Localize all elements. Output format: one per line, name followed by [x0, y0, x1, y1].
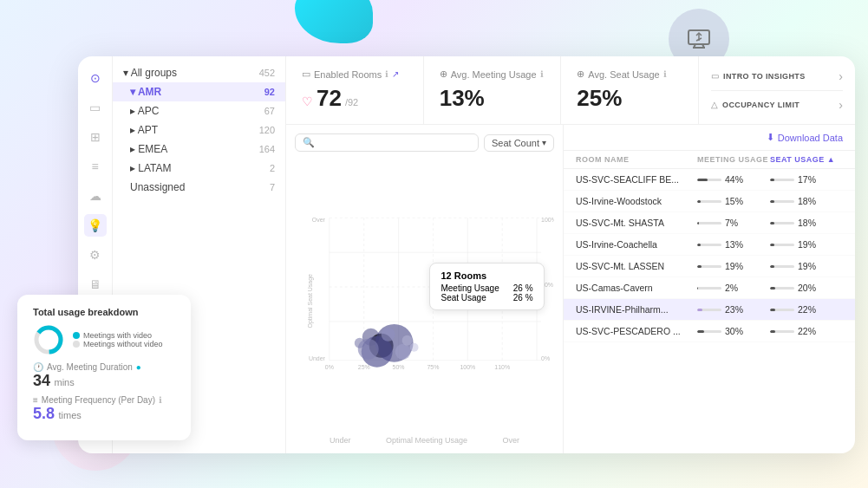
seat-count-dropdown[interactable]: Seat Count ▾ — [484, 134, 554, 152]
seat-usage-cell: 18% — [770, 218, 843, 228]
meeting-usage-cell: 30% — [697, 326, 770, 336]
sidebar-item-apc[interactable]: ▸ APC 67 — [113, 101, 285, 120]
meeting-pct: 2% — [725, 283, 738, 293]
meeting-bar — [697, 287, 721, 290]
tooltip-meeting-value: 26 % — [513, 283, 533, 293]
seat-usage-cell: 19% — [770, 261, 843, 271]
sidebar-icon-bulb[interactable]: 💡 — [84, 214, 107, 237]
insight-intro-arrow: › — [839, 69, 843, 83]
meeting-pct: 44% — [725, 174, 743, 185]
meeting-pct: 15% — [725, 196, 743, 206]
svg-text:Under: Under — [309, 355, 326, 361]
meeting-pct: 23% — [725, 304, 743, 315]
table-row[interactable]: US-SVC-SEACLIFF BE... 44% 17% — [564, 169, 855, 191]
sidebar-icon-settings[interactable]: ⚙ — [84, 244, 107, 266]
seat-usage-cell: 22% — [770, 326, 843, 336]
svg-text:Over: Over — [312, 217, 326, 223]
enabled-rooms-sub: /92 — [345, 97, 358, 107]
sidebar-item-latam[interactable]: ▸ LATAM 2 — [113, 159, 285, 178]
svg-text:25%: 25% — [358, 364, 370, 370]
table-toolbar: ⬇ Download Data — [564, 125, 855, 151]
sidebar-item-unassigned[interactable]: Unassigned 7 — [113, 178, 285, 197]
x-label-under: Under — [330, 436, 351, 445]
sidebar-icon-print[interactable]: 🖥 — [84, 273, 107, 296]
table-row[interactable]: US-Irvine-Coachella 13% 19% — [564, 234, 855, 256]
table-row[interactable]: US-Irvine-Woodstock 15% 18% — [564, 191, 855, 212]
seat-pct: 17% — [798, 174, 816, 185]
meeting-pct: 19% — [725, 261, 743, 271]
meeting-pct: 13% — [725, 239, 743, 250]
seat-bar-fill — [770, 309, 775, 311]
avg-duration-row: 🕐 Avg. Meeting Duration ● 34 mins — [33, 362, 175, 390]
sidebar-all-groups[interactable]: ▾ All groups 452 — [113, 63, 285, 82]
search-icon: 🔍 — [303, 137, 315, 148]
avg-duration-unit: mins — [54, 377, 74, 387]
freq-value: 5.8 — [33, 405, 55, 422]
svg-text:Optimal Seat Usage: Optimal Seat Usage — [307, 274, 314, 328]
seat-bar — [770, 330, 794, 333]
svg-text:100%: 100% — [460, 364, 475, 370]
room-name-cell: US-SVC-Mt. LASSEN — [576, 261, 697, 271]
x-label-over: Over — [502, 436, 519, 445]
table-row[interactable]: US-SVC-Mt. SHASTA 7% 18% — [564, 212, 855, 234]
seat-pct: 22% — [798, 304, 816, 315]
table-row[interactable]: US-SVC-Mt. LASSEN 19% 19% — [564, 256, 855, 277]
seat-bar-fill — [770, 287, 775, 290]
legend-no-video: Meetings without video — [73, 340, 163, 348]
seat-usage-cell: 19% — [770, 239, 843, 250]
freq-info[interactable]: ℹ — [159, 395, 162, 405]
avg-duration-value: 34 — [33, 372, 50, 389]
insights-panel: ▭ INTRO TO INSIGHTS › △ OCCUPANCY LIMIT … — [699, 56, 855, 124]
seat-bar-fill — [770, 222, 774, 224]
heart-icon: ♡ — [302, 94, 313, 108]
meeting-usage-info[interactable]: ℹ — [540, 69, 544, 79]
scatter-wrapper: 0% 25% 50% 75% 100% 110% Over Optimal Se… — [295, 157, 554, 434]
seat-usage-info[interactable]: ℹ — [663, 69, 667, 79]
download-btn[interactable]: ⬇ Download Data — [767, 132, 843, 143]
insight-occupancy[interactable]: △ OCCUPANCY LIMIT › — [711, 96, 843, 114]
room-name-cell: US-Camas-Cavern — [576, 283, 697, 293]
meeting-bar-fill — [697, 179, 708, 181]
meeting-bar — [697, 200, 721, 203]
meeting-bar-fill — [697, 330, 704, 333]
bubble-tooltip: 12 Rooms Meeting Usage 26 % Seat Usage 2… — [429, 263, 544, 310]
seat-usage-value: 25% — [577, 85, 622, 111]
sidebar-icon-table[interactable]: ≡ — [84, 155, 107, 178]
seat-bar-fill — [770, 244, 774, 246]
meeting-usage-label: Avg. Meeting Usage — [451, 69, 537, 80]
table-row[interactable]: US-Camas-Cavern 2% 20% — [564, 277, 855, 299]
insight-intro[interactable]: ▭ INTRO TO INSIGHTS › — [711, 68, 843, 85]
seat-pct: 19% — [798, 261, 816, 271]
meeting-usage-cell: 7% — [697, 218, 770, 228]
enabled-rooms-info[interactable]: ℹ — [385, 69, 388, 79]
download-icon: ⬇ — [767, 132, 774, 143]
sidebar-item-apt[interactable]: ▸ APT 120 — [113, 120, 285, 140]
sidebar-icon-cloud[interactable]: ☁ — [84, 185, 107, 207]
meeting-bar-fill — [697, 265, 702, 268]
sidebar-icon-grid[interactable]: ⊞ — [84, 126, 107, 148]
meeting-usage-cell: 23% — [697, 304, 770, 315]
svg-text:0%: 0% — [541, 355, 550, 361]
sidebar-item-amr[interactable]: ▾ AMR 92 — [113, 82, 285, 101]
floating-stats-card: Total usage breakdown Meetings with vide… — [17, 295, 191, 440]
seat-bar-fill — [770, 330, 775, 333]
enabled-rooms-label: Enabled Rooms — [314, 69, 382, 80]
table-row[interactable]: US-IRVINE-Philharm... 23% 22% — [564, 299, 855, 321]
sidebar-icon-home[interactable]: ⊙ — [84, 67, 107, 89]
sidebar-item-emea[interactable]: ▸ EMEA 164 — [113, 140, 285, 159]
seat-bar — [770, 287, 794, 290]
meeting-pct: 7% — [725, 218, 738, 228]
seat-bar — [770, 179, 794, 181]
seat-bar-fill — [770, 200, 774, 203]
chart-search[interactable]: 🔍 — [295, 133, 479, 152]
meeting-icon: ⊕ — [440, 68, 447, 80]
seat-bar — [770, 309, 794, 311]
svg-text:50%: 50% — [393, 364, 405, 370]
main-card: ⊙ ▭ ⊞ ≡ ☁ 💡 ⚙ 🖥 📷 ▾ All groups 452 ▾ AMR… — [78, 56, 855, 453]
meeting-usage-cell: 13% — [697, 239, 770, 250]
svg-point-36 — [358, 339, 379, 360]
table-row[interactable]: US-SVC-PESCADERO ... 30% 22% — [564, 321, 855, 342]
enabled-rooms-ext[interactable]: ↗ — [392, 69, 399, 79]
sidebar-icon-doc[interactable]: ▭ — [84, 96, 107, 119]
col-seat-usage[interactable]: SEAT USAGE ▲ — [770, 155, 843, 164]
